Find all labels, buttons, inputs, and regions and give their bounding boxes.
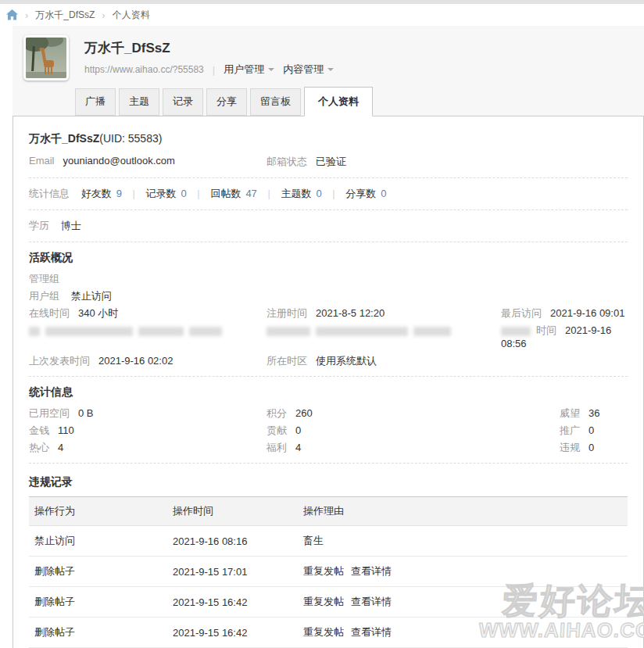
view-detail-link[interactable]: 查看详情 — [351, 626, 392, 638]
email-row: Emailyouniando@outlook.com 邮箱状态已验证 — [29, 155, 628, 169]
profile-tabs: 广播 主题 记录 分享 留言板 个人资料 — [75, 87, 644, 116]
redacted-text — [138, 327, 184, 336]
statistics-grid-row: 已用空间0 B 积分260 威望36 — [29, 406, 628, 420]
caret-down-icon — [327, 68, 334, 71]
caret-down-icon — [268, 68, 274, 71]
tab-shares[interactable]: 分享 — [206, 88, 247, 116]
tab-profile[interactable]: 个人资料 — [304, 87, 373, 116]
promotion-label: 推广 — [560, 424, 580, 436]
enthusiasm-value: 4 — [58, 442, 63, 453]
content-manage-label: 内容管理 — [283, 63, 324, 77]
user-manage-label: 用户管理 — [224, 63, 264, 77]
friends-count[interactable]: 9 — [116, 188, 122, 199]
prestige-label: 威望 — [560, 407, 580, 419]
statistics-heading: 统计信息 — [29, 385, 628, 399]
redacted-text — [29, 327, 40, 336]
table-row: 删除帖子 2021-9-15 16:42 重复发帖查看详情 — [29, 618, 628, 648]
violation-time: 2021-9-15 16:42 — [167, 587, 298, 618]
admin-group-row: 管理组 — [29, 272, 628, 285]
breadcrumb: › 万水千_DfSsZ › 个人资料 — [0, 4, 644, 26]
user-manage-menu[interactable]: 用户管理 — [224, 63, 274, 77]
shares-count[interactable]: 0 — [381, 188, 386, 199]
divider — [29, 242, 628, 242]
user-group-row: 用户组 禁止访问 — [29, 289, 628, 303]
contribution-label: 贡献 — [267, 424, 287, 436]
shares-count-label: 分享数 — [345, 188, 376, 199]
space-used-label: 已用空间 — [29, 407, 70, 419]
violation-action: 删除帖子 — [29, 618, 167, 648]
welfare-label: 福利 — [267, 442, 287, 453]
violation-time: 2021-9-15 16:42 — [167, 618, 298, 648]
friends-count-label: 好友数 — [81, 188, 112, 199]
replies-count[interactable]: 47 — [245, 188, 256, 199]
view-detail-link[interactable]: 查看详情 — [351, 596, 392, 607]
profile-content: 万水千_DfSsZ(UID: 55583) Emailyouniando@out… — [13, 116, 644, 648]
redacted-text — [45, 327, 133, 336]
uid-value: (UID: 55583) — [99, 132, 162, 145]
education-label: 学历 — [29, 220, 49, 231]
redacted-text — [501, 327, 531, 336]
credits-value: 260 — [295, 407, 313, 419]
activity-grid-row: 上次发表时间2021-9-16 02:02 所在时区使用系统默认 — [29, 354, 628, 367]
contribution-value: 0 — [295, 424, 301, 436]
email-value: youniando@outlook.com — [63, 155, 175, 166]
credits-label: 积分 — [267, 407, 287, 419]
divider — [29, 209, 628, 210]
email-label: Email — [29, 155, 55, 166]
replies-count-label: 回帖数 — [210, 188, 241, 199]
education-row: 学历 博士 — [29, 219, 628, 233]
violation-reason: 重复发帖 — [303, 596, 344, 607]
last-visit-label: 最后访问 — [501, 307, 542, 319]
user-group-label: 用户组 — [29, 290, 59, 302]
stat-separator: | — [332, 188, 335, 199]
admin-group-label: 管理组 — [29, 273, 59, 285]
activity-heading: 活跃概况 — [29, 251, 628, 265]
welfare-value: 4 — [295, 442, 301, 453]
violation-time: 2021-9-15 17:01 — [167, 557, 298, 587]
violation-action: 删除帖子 — [29, 587, 167, 618]
threads-count[interactable]: 0 — [316, 188, 321, 199]
money-label: 金钱 — [29, 424, 49, 436]
violation-action: 删除帖子 — [29, 557, 167, 587]
table-row: 删除帖子 2021-9-15 16:42 重复发帖查看详情 — [29, 587, 628, 618]
profile-url: https://www.aihao.cc/?55583 — [84, 64, 204, 75]
col-header-time: 操作时间 — [167, 497, 298, 526]
records-count[interactable]: 0 — [181, 188, 187, 199]
stat-separator: | — [132, 188, 134, 199]
timezone-value: 使用系统默认 — [316, 355, 377, 367]
user-group-value: 禁止访问 — [71, 290, 112, 302]
tab-threads[interactable]: 主题 — [119, 88, 159, 116]
violation-label: 违规 — [560, 442, 580, 453]
breadcrumb-current: 个人资料 — [113, 9, 150, 22]
breadcrumb-user-link[interactable]: 万水千_DfSsZ — [35, 9, 95, 22]
tab-broadcast[interactable]: 广播 — [75, 88, 116, 116]
last-activity-label: 时间 — [536, 324, 556, 336]
table-row: 禁止访问 2021-9-16 08:16 畜生 — [29, 526, 628, 557]
timezone-label: 所在时区 — [267, 355, 307, 367]
col-header-reason: 操作理由 — [298, 497, 628, 526]
stat-separator: | — [267, 188, 270, 199]
tab-wall[interactable]: 留言板 — [250, 88, 301, 116]
summary-stats-line: 统计信息 好友数9 | 记录数0 | 回帖数47 | 主题数0 | 分享数0 — [29, 187, 628, 201]
avatar[interactable] — [23, 35, 69, 81]
reg-time-value: 2021-8-5 12:20 — [316, 307, 385, 319]
content-manage-menu[interactable]: 内容管理 — [283, 63, 334, 77]
uid-line: 万水千_DfSsZ(UID: 55583) — [29, 132, 628, 146]
divider — [29, 177, 628, 178]
statistics-grid-row: 金钱110 贡献0 推广0 — [29, 424, 628, 437]
online-time-label: 在线时间 — [29, 307, 70, 319]
violation-reason: 畜生 — [303, 535, 324, 546]
tab-records[interactable]: 记录 — [163, 88, 203, 116]
stat-separator: | — [197, 188, 199, 199]
promotion-value: 0 — [589, 424, 594, 436]
violations-heading: 违规记录 — [29, 475, 628, 489]
redacted-text — [316, 327, 408, 336]
violation-reason: 重复发帖 — [303, 565, 344, 577]
view-detail-link[interactable]: 查看详情 — [351, 565, 392, 577]
space-used-value: 0 B — [78, 407, 94, 419]
home-icon[interactable] — [6, 9, 18, 20]
violation-time: 2021-9-16 08:16 — [167, 526, 298, 557]
activity-grid-row: 在线时间340 小时 注册时间2021-8-5 12:20 最后访问2021-9… — [29, 306, 628, 320]
last-post-label: 上次发表时间 — [29, 355, 90, 367]
statistics-grid-row: 热心4 福利4 违规0 — [29, 441, 628, 454]
